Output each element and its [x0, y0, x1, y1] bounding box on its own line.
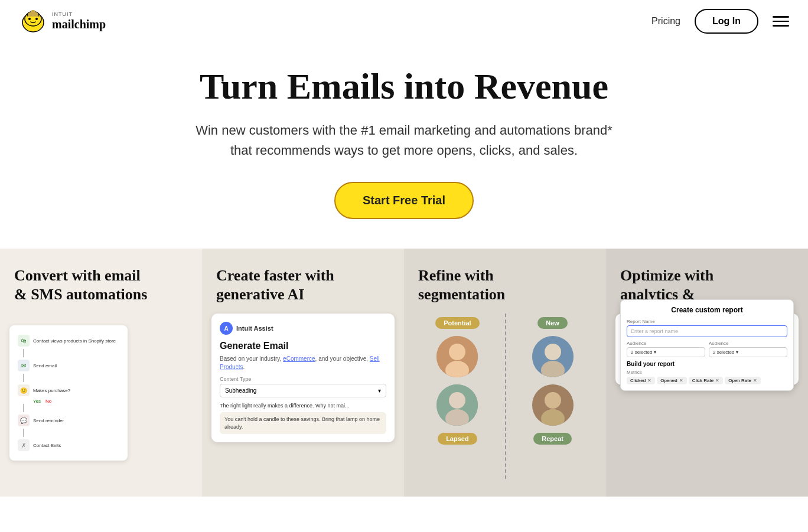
svg-point-6 [449, 344, 465, 360]
login-button[interactable]: Log In [695, 9, 758, 34]
flow-step-shopify-text: Contact views products in Shopify store [33, 338, 116, 344]
flow-step-reminder-text: Send reminder [33, 418, 64, 423]
menu-line-1 [773, 16, 789, 18]
ai-assist-header: A Intuit Assist [220, 322, 386, 335]
hero-heading: Turn Emails into Revenue [12, 66, 796, 106]
segmentation-mockup: Potential [413, 314, 597, 479]
remove-open-rate-icon[interactable]: ✕ [753, 378, 757, 383]
metric-tag-opened[interactable]: Opened ✕ [657, 377, 686, 384]
nav-right: Pricing Log In [651, 9, 789, 34]
menu-line-2 [773, 21, 789, 22]
ai-description: Based on your industry, eCommerce, and y… [220, 355, 386, 371]
ai-sample-text: The right light really makes a differenc… [220, 402, 386, 410]
segment-badge-lapsed: Lapsed [438, 433, 477, 445]
metric-tag-clicked[interactable]: Clicked ✕ [627, 377, 655, 384]
audience-row: Audience 2 selected ▾ Audience 2 selecte… [627, 341, 787, 357]
audience-label-1: Audience [627, 341, 705, 346]
svg-point-15 [545, 392, 561, 409]
hero-section: Turn Emails into Revenue Win new custome… [0, 43, 808, 249]
avatar-1-svg [436, 336, 478, 377]
intuit-label: INTUIT [52, 11, 106, 18]
email-icon: ✉ [18, 360, 30, 371]
purchase-icon: 🙂 [18, 384, 30, 396]
feature-segmentation-title: Refine withsegmentation [418, 266, 592, 303]
flow-step-exit: ✗ Contact Exits [18, 437, 119, 453]
hamburger-menu-button[interactable] [773, 16, 789, 27]
remove-clicked-icon[interactable]: ✕ [647, 378, 651, 383]
segment-avatar-4 [532, 384, 574, 426]
remove-opened-icon[interactable]: ✕ [679, 378, 683, 383]
segment-badge-new: New [537, 317, 568, 329]
feature-ai-title: Create faster withgenerative AI [216, 266, 390, 303]
flow-step-email-text: Send email [33, 363, 57, 368]
flow-step-shopify: 🛍 Contact views products in Shopify stor… [18, 332, 119, 349]
hero-subheading: Win new customers with the #1 email mark… [191, 120, 617, 161]
flow-branch: Yes No [33, 399, 119, 404]
mailchimp-logo-icon [19, 7, 47, 35]
svg-point-9 [449, 392, 465, 409]
metric-tags: Clicked ✕ Opened ✕ Click Rate ✕ Open Rat… [627, 377, 787, 384]
build-report-label: Build your report [627, 361, 787, 367]
automation-mockup: 🛍 Contact views products in Shopify stor… [9, 325, 128, 461]
exit-icon: ✗ [18, 439, 30, 451]
ai-industry-link[interactable]: eCommerce [283, 355, 315, 362]
segment-avatar-3 [436, 384, 478, 426]
ai-generate-title: Generate Email [220, 341, 386, 351]
feature-automations-title: Convert with email& SMS automations [14, 266, 188, 303]
metric-tag-click-rate[interactable]: Click Rate ✕ [689, 377, 723, 384]
flow-step-purchase: 🙂 Makes purchase? [18, 382, 119, 399]
content-type-value: Subheading [225, 387, 256, 394]
flow-connector-4 [23, 429, 24, 437]
avatar-2-svg [532, 336, 574, 377]
feature-automations: Convert with email& SMS automations 🛍 Co… [0, 249, 202, 497]
feature-analytics: Optimize withanalytics &reporting Email … [606, 249, 808, 497]
reminder-icon: 💬 [18, 414, 30, 426]
logo-text: INTUIT mailchimp [52, 11, 106, 32]
avatar-4-svg [532, 384, 574, 426]
start-free-trial-button[interactable]: Start Free Trial [334, 182, 474, 219]
svg-point-2 [28, 18, 31, 20]
analytics-mockup: Email performance report [615, 314, 799, 385]
flow-step-reminder: 💬 Send reminder [18, 412, 119, 429]
svg-point-4 [31, 10, 35, 14]
custom-report-title: Create custom report [627, 306, 787, 314]
flow-step-purchase-text: Makes purchase? [33, 388, 70, 393]
logo[interactable]: INTUIT mailchimp [19, 7, 106, 35]
content-type-chevron: ▾ [378, 387, 381, 394]
pricing-link[interactable]: Pricing [651, 16, 680, 27]
metrics-label: Metrics [627, 370, 787, 375]
feature-ai: Create faster withgenerative AI A Intuit… [202, 249, 404, 497]
audience-select-2[interactable]: 2 selected ▾ [709, 347, 787, 357]
menu-line-3 [773, 25, 789, 27]
ai-suggestion-box: You can't hold a candle to these savings… [220, 412, 386, 434]
report-name-label: Report Name [627, 319, 787, 324]
intuit-assist-label: Intuit Assist [236, 325, 273, 332]
ai-mockup: A Intuit Assist Generate Email Based on … [211, 314, 395, 442]
segment-avatar-1 [436, 336, 478, 377]
audience-select-1[interactable]: 2 selected ▾ [627, 347, 705, 357]
metric-tag-open-rate[interactable]: Open Rate ✕ [725, 377, 761, 384]
content-type-select[interactable]: Subheading ▾ [220, 384, 386, 397]
segment-badge-potential: Potential [435, 317, 479, 329]
svg-point-3 [35, 18, 38, 20]
flow-connector-3 [23, 404, 24, 412]
audience-label-2: Audience [709, 341, 787, 346]
svg-point-12 [545, 344, 561, 360]
segment-avatar-2 [532, 336, 574, 377]
report-name-input[interactable]: Enter a report name [627, 325, 787, 337]
branch-no: No [45, 399, 51, 404]
remove-click-rate-icon[interactable]: ✕ [715, 378, 719, 383]
seg-divider [505, 314, 506, 479]
segment-badge-repeat: Repeat [533, 433, 572, 445]
flow-step-exit-text: Contact Exits [33, 443, 61, 448]
shopify-icon: 🛍 [18, 335, 30, 347]
flow-step-email: ✉ Send email [18, 357, 119, 374]
custom-report-panel: Create custom report Report Name Enter a… [620, 299, 794, 391]
flow-connector-1 [23, 349, 24, 357]
content-type-label: Content Type [220, 376, 386, 382]
navbar: INTUIT mailchimp Pricing Log In [0, 0, 808, 43]
feature-segmentation: Refine withsegmentation Potential [404, 249, 606, 497]
avatar-3-svg [436, 384, 478, 426]
branch-yes: Yes [33, 399, 41, 404]
mailchimp-label: mailchimp [52, 17, 106, 31]
